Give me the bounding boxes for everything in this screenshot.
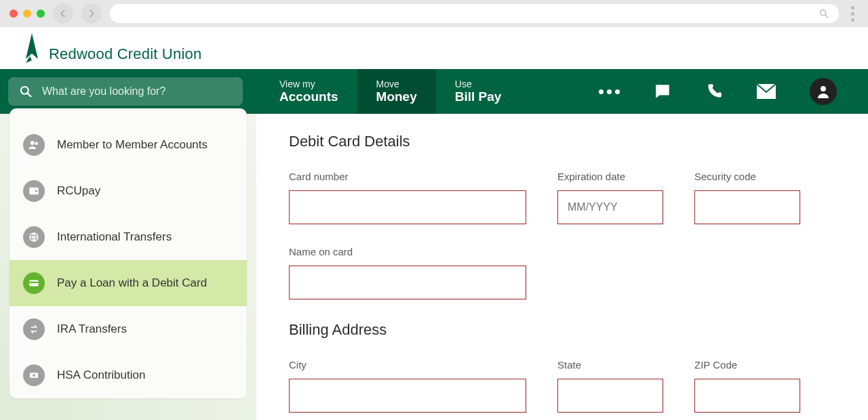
maximize-window-icon[interactable] bbox=[37, 9, 45, 18]
brand-header: Redwood Credit Union bbox=[0, 27, 868, 69]
label-expiration: Expiration date bbox=[557, 171, 663, 182]
sidebar-item-member-transfer[interactable]: Member to Member Accounts bbox=[9, 122, 247, 168]
sidebar-card: Member to Member Accounts RCUpay Interna… bbox=[9, 108, 247, 398]
field-security: Security code bbox=[694, 171, 800, 224]
pay-icon bbox=[23, 180, 45, 202]
sidebar-item-label: HSA Contribution bbox=[57, 369, 145, 382]
minimize-window-icon[interactable] bbox=[23, 9, 31, 18]
mail-icon bbox=[757, 84, 776, 99]
sidebar-item-label: Member to Member Accounts bbox=[57, 138, 208, 152]
sidebar: Member to Member Accounts RCUpay Interna… bbox=[9, 114, 247, 420]
city-input[interactable] bbox=[289, 379, 526, 413]
nav-big-label: Accounts bbox=[279, 89, 338, 104]
card-number-input[interactable] bbox=[289, 190, 526, 224]
site-search-input[interactable] bbox=[41, 85, 232, 98]
window-controls[interactable] bbox=[9, 9, 45, 18]
label-security: Security code bbox=[694, 171, 800, 182]
sidebar-item-ira[interactable]: IRA Transfers bbox=[9, 306, 247, 352]
nav-billpay[interactable]: Use Bill Pay bbox=[436, 69, 521, 114]
label-zip: ZIP Code bbox=[694, 359, 800, 371]
transfer-icon bbox=[23, 318, 45, 340]
logo-mark-icon bbox=[23, 33, 41, 63]
search-icon bbox=[818, 8, 829, 19]
main-content: Debit Card Details Card number Expiratio… bbox=[256, 114, 868, 420]
site-search[interactable] bbox=[8, 77, 243, 106]
label-card-number: Card number bbox=[289, 171, 526, 182]
close-window-icon[interactable] bbox=[9, 9, 18, 18]
ellipsis-icon bbox=[599, 89, 620, 94]
forward-button[interactable] bbox=[81, 3, 102, 24]
nav-small-label: Use bbox=[455, 79, 502, 89]
svg-point-6 bbox=[31, 141, 35, 145]
state-input[interactable] bbox=[557, 379, 663, 413]
svg-rect-11 bbox=[29, 282, 39, 283]
section-title-billing: Billing Address bbox=[289, 321, 835, 339]
nav-big-label: Money bbox=[376, 89, 417, 104]
field-name-on-card: Name on card bbox=[289, 246, 526, 299]
svg-point-5 bbox=[821, 86, 826, 91]
field-state: State bbox=[557, 359, 663, 413]
back-button[interactable] bbox=[53, 3, 73, 24]
nav-small-label: Move bbox=[376, 79, 417, 89]
nav-money[interactable]: Move Money bbox=[357, 69, 436, 114]
sidebar-item-pay-loan-debit[interactable]: Pay a Loan with a Debit Card bbox=[9, 260, 247, 306]
globe-icon bbox=[23, 226, 45, 248]
profile-button[interactable] bbox=[810, 78, 837, 105]
zip-input[interactable] bbox=[694, 379, 800, 413]
sidebar-item-rcupay[interactable]: RCUpay bbox=[9, 168, 247, 214]
svg-line-3 bbox=[28, 93, 31, 97]
field-expiration: Expiration date bbox=[557, 171, 663, 224]
card-icon bbox=[23, 272, 45, 294]
name-on-card-input[interactable] bbox=[289, 266, 526, 299]
svg-point-7 bbox=[35, 142, 39, 146]
sidebar-item-label: International Transfers bbox=[57, 230, 172, 244]
people-icon bbox=[23, 134, 45, 156]
svg-line-1 bbox=[825, 15, 827, 17]
messages-button[interactable] bbox=[654, 83, 671, 100]
mail-button[interactable] bbox=[757, 84, 776, 99]
browser-menu-button[interactable] bbox=[847, 6, 859, 22]
sidebar-item-label: IRA Transfers bbox=[57, 322, 127, 336]
field-city: City bbox=[289, 359, 526, 413]
expiration-input[interactable] bbox=[557, 190, 663, 224]
nav-links: View my Accounts Move Money Use Bill Pay bbox=[260, 69, 520, 114]
sidebar-item-hsa[interactable]: HSA Contribution bbox=[9, 352, 247, 398]
field-zip: ZIP Code bbox=[694, 359, 800, 413]
sidebar-item-label: Pay a Loan with a Debit Card bbox=[57, 276, 207, 290]
main-nav: View my Accounts Move Money Use Bill Pay bbox=[0, 69, 868, 114]
nav-utility-icons bbox=[599, 78, 868, 105]
section-title-debit: Debit Card Details bbox=[289, 133, 835, 150]
nav-big-label: Bill Pay bbox=[455, 89, 502, 104]
deposit-icon bbox=[23, 364, 45, 386]
browser-chrome bbox=[0, 0, 868, 27]
label-city: City bbox=[289, 359, 526, 371]
search-icon bbox=[19, 85, 33, 98]
label-name: Name on card bbox=[289, 246, 526, 257]
svg-point-13 bbox=[33, 374, 35, 377]
sidebar-item-international[interactable]: International Transfers bbox=[9, 214, 247, 260]
sidebar-item-label: RCUpay bbox=[57, 184, 100, 198]
label-state: State bbox=[557, 359, 663, 371]
logo-text: Redwood Credit Union bbox=[49, 45, 201, 63]
phone-icon bbox=[705, 83, 723, 100]
avatar bbox=[810, 78, 837, 105]
more-menu-button[interactable] bbox=[599, 89, 620, 94]
security-code-input[interactable] bbox=[694, 190, 800, 224]
field-card-number: Card number bbox=[289, 171, 526, 224]
person-icon bbox=[815, 83, 831, 100]
logo[interactable]: Redwood Credit Union bbox=[23, 33, 201, 63]
chat-icon bbox=[654, 83, 671, 100]
nav-accounts[interactable]: View my Accounts bbox=[260, 69, 357, 114]
nav-small-label: View my bbox=[279, 79, 338, 89]
call-button[interactable] bbox=[705, 83, 723, 100]
url-bar[interactable] bbox=[110, 4, 839, 23]
